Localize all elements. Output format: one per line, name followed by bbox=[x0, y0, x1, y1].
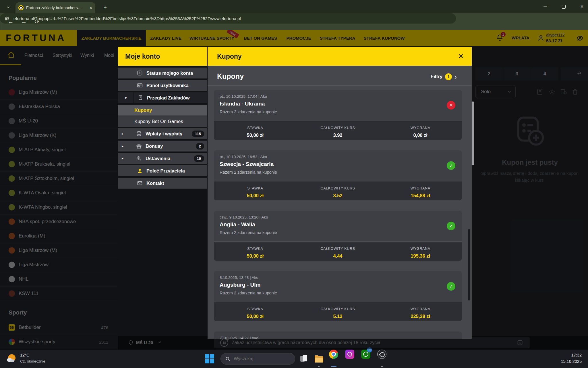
browser-tab[interactable]: Fortuna zakłady bukmacherskie ✕ bbox=[16, 2, 95, 13]
file-explorer-icon[interactable] bbox=[314, 354, 324, 364]
coupon-card-partial[interactable]: 7.10.2025, 14:27 | Ako bbox=[214, 331, 462, 339]
odds-value: 5.12 bbox=[297, 314, 379, 319]
window-restore-button[interactable] bbox=[557, 0, 570, 13]
coupons-modal-title: Kupony bbox=[217, 53, 242, 60]
start-button[interactable] bbox=[205, 354, 214, 363]
collapse-przeglad-button[interactable]: ▾ bbox=[118, 92, 134, 103]
coupons-modal-body: Kupony Filtry 1 › pt., 10.10.2025, 17:04… bbox=[208, 66, 472, 339]
coupon-date: 7.10.2025, 14:27 | Ako bbox=[220, 336, 456, 339]
gift-icon bbox=[136, 143, 142, 149]
account-item-kontakt[interactable]: Kontakt bbox=[118, 178, 207, 189]
account-item-status[interactable]: Status mojego konta bbox=[118, 68, 207, 78]
account-item-panel[interactable]: Panel użytkownika bbox=[118, 80, 207, 91]
url-bar[interactable] bbox=[0, 13, 456, 24]
info-icon bbox=[137, 70, 143, 76]
win-value: 195,36 zł bbox=[379, 253, 462, 259]
odds-label: CAŁKOWITY KURS bbox=[297, 247, 379, 251]
coupon-date: 8.10.2025, 13:48 | Ako bbox=[220, 275, 456, 280]
odds-label: CAŁKOWITY KURS bbox=[297, 307, 379, 311]
obs-icon[interactable] bbox=[377, 350, 386, 359]
odds-value: 4.44 bbox=[297, 253, 379, 259]
stake-label: STAWKA bbox=[214, 247, 297, 251]
expand-caret-icon[interactable]: ▸ bbox=[122, 132, 125, 136]
account-item-wplaty[interactable]: ▸ Wpłaty i wypłaty 115 bbox=[118, 128, 207, 139]
chrome-active-indicator bbox=[331, 366, 336, 367]
browser-titlebar: Fortuna zakłady bukmacherskie ✕ + ─ ✕ bbox=[0, 0, 588, 13]
coupon-card-anglia-walia[interactable]: czw., 9.10.2025, 13:20 | Ako Anglia - Wa… bbox=[214, 211, 462, 261]
coupon-subtitle: Razem 2 zdarzenia na kuponie bbox=[220, 110, 456, 114]
clock-time[interactable]: 17:32 bbox=[547, 353, 582, 357]
filters-button[interactable]: Filtry 1 › bbox=[431, 73, 457, 80]
reload-button[interactable]: ⟳ bbox=[33, 18, 41, 26]
win-label: WYGRANA bbox=[379, 307, 462, 311]
status-won-icon bbox=[447, 282, 455, 291]
coupon-card-szwecja-szwajcaria[interactable]: pt., 10.10.2025, 16:52 | Ako Szwecja - S… bbox=[214, 150, 462, 200]
restore-icon bbox=[562, 5, 566, 9]
win-label: WYGRANA bbox=[379, 247, 462, 251]
weather-icon[interactable] bbox=[7, 354, 18, 365]
coupon-subtitle: Razem 2 zdarzenia na kuponie bbox=[220, 170, 456, 175]
expand-caret-icon[interactable]: ▸ bbox=[122, 156, 125, 160]
account-item-polec-przyjaciela[interactable]: Poleć Przyjaciela bbox=[118, 165, 207, 176]
stake-value: 50,00 zł bbox=[214, 253, 297, 259]
coupon-title: Anglia - Walia bbox=[220, 221, 456, 228]
window-minimize-button[interactable]: ─ bbox=[539, 0, 552, 13]
new-tab-button[interactable]: + bbox=[101, 4, 109, 12]
chrome-icon[interactable] bbox=[329, 350, 338, 359]
forward-button[interactable]: → bbox=[20, 18, 28, 26]
clock-date[interactable]: 15.10.2025 bbox=[547, 359, 582, 364]
list-scrollbar-thumb[interactable] bbox=[468, 229, 470, 300]
status-lost-icon bbox=[447, 101, 455, 110]
id-card-icon bbox=[137, 83, 143, 88]
obs-open-indicator bbox=[381, 366, 383, 367]
stake-value: 50,00 zł bbox=[214, 314, 297, 319]
account-item-przeglad-zakladow[interactable]: Przegląd Zakładów bbox=[134, 92, 207, 103]
chevron-down-icon bbox=[6, 5, 10, 9]
taskbar-search[interactable] bbox=[220, 353, 295, 365]
stake-value: 50,00 zł bbox=[214, 193, 297, 198]
account-item-bonusy[interactable]: ▸ Bonusy 2 bbox=[118, 141, 207, 152]
status-won-icon bbox=[447, 222, 455, 230]
task-view-icon[interactable] bbox=[299, 354, 309, 364]
bonusy-badge: 2 bbox=[196, 143, 204, 150]
url-input[interactable] bbox=[13, 16, 451, 21]
status-won-icon bbox=[447, 161, 455, 170]
odds-label: CAŁKOWITY KURS bbox=[297, 186, 379, 190]
coupons-modal-header: Kupony ✕ bbox=[208, 47, 472, 66]
envelope-icon bbox=[137, 180, 143, 186]
divider bbox=[208, 85, 472, 86]
browser-toolbar: ← → ⟳ ☆ ⋮ bbox=[0, 13, 588, 30]
stake-value: 50,00 zł bbox=[214, 133, 297, 138]
tab-title: Fortuna zakłady bukmacherskie bbox=[26, 5, 82, 10]
tab-search-button[interactable] bbox=[4, 3, 13, 11]
stake-label: STAWKA bbox=[214, 186, 297, 190]
coupon-subtitle: Razem 2 zdarzenia na kuponie bbox=[220, 230, 456, 235]
window-close-button[interactable]: ✕ bbox=[575, 0, 588, 13]
expand-caret-icon[interactable]: ▸ bbox=[122, 144, 125, 148]
win-value: 0,00 zł bbox=[379, 133, 462, 138]
odds-value: 3.92 bbox=[297, 133, 379, 138]
coupon-card-augsburg-ulm[interactable]: 8.10.2025, 13:48 | Ako Augsburg - Ulm Ra… bbox=[214, 271, 462, 321]
taskbar-search-input[interactable] bbox=[233, 356, 286, 362]
account-item-kupony-active[interactable]: Kupony bbox=[118, 105, 207, 116]
fortuna-favicon-icon bbox=[18, 5, 24, 10]
weather-desc[interactable]: Cz. słonecznie bbox=[20, 359, 45, 363]
wplaty-badge: 115 bbox=[192, 131, 204, 137]
tab-close-icon[interactable]: ✕ bbox=[89, 6, 92, 10]
app-icon-purple[interactable] bbox=[345, 350, 354, 359]
coupon-date: czw., 9.10.2025, 13:20 | Ako bbox=[220, 215, 456, 219]
coupon-card-islandia-ukraina[interactable]: pt., 10.10.2025, 17:04 | Ako Islandia - … bbox=[214, 90, 462, 140]
close-icon[interactable]: ✕ bbox=[458, 52, 464, 60]
modal-scrollbar-thumb[interactable] bbox=[472, 101, 474, 165]
odds-label: CAŁKOWITY KURS bbox=[297, 126, 379, 130]
receipt-icon bbox=[138, 95, 143, 101]
win-value: 154,88 zł bbox=[379, 193, 462, 198]
win-label: WYGRANA bbox=[379, 126, 462, 130]
coupon-title: Augsburg - Ulm bbox=[220, 282, 456, 288]
xbox-icon[interactable]: 3 bbox=[361, 350, 370, 359]
weather-temp[interactable]: 12°C bbox=[20, 353, 29, 357]
account-item-kupony-bet-on-games[interactable]: Kupony Bet On Games bbox=[118, 116, 207, 127]
win-value: 225,28 zł bbox=[379, 314, 462, 319]
account-item-ustawienia[interactable]: ▸ Ustawienia 10 bbox=[118, 153, 207, 164]
back-button[interactable]: ← bbox=[6, 18, 15, 26]
